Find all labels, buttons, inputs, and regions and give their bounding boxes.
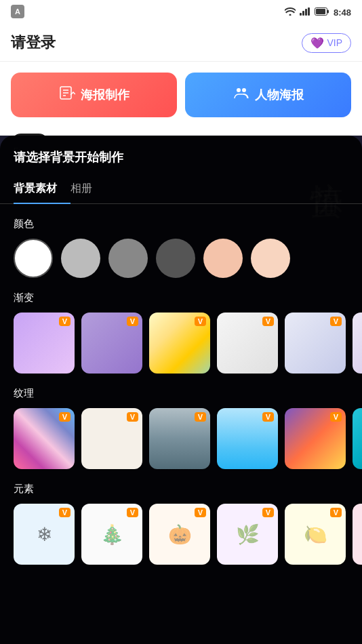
gradient-item-6[interactable]: V: [353, 313, 362, 374]
sub-tab-material[interactable]: 背景素材: [14, 176, 71, 204]
vip-badge-3: V: [195, 317, 206, 326]
svg-rect-4: [305, 9, 307, 16]
vip-heart-icon: 💜: [310, 37, 324, 49]
svg-rect-8: [327, 9, 329, 13]
wifi-icon: [285, 7, 296, 18]
vip-badge-5: V: [330, 317, 342, 326]
color-section-label: 颜色: [0, 218, 362, 239]
vip-badge-tex-1: V: [59, 412, 71, 422]
portrait-button[interactable]: 人物海报: [185, 73, 351, 117]
vip-badge-tex-4: V: [262, 412, 274, 422]
element-item-1[interactable]: V ❄: [14, 504, 75, 565]
texture-item-2[interactable]: V: [81, 408, 142, 469]
texture-item-3[interactable]: V: [149, 408, 210, 469]
element-item-3[interactable]: V 🎃: [149, 504, 210, 565]
vip-badge-tex-3: V: [195, 412, 206, 422]
element-icon-2: 🎄: [81, 504, 142, 565]
color-dark-gray[interactable]: [156, 239, 195, 278]
header: 请登录 💜 VIP: [0, 24, 362, 62]
element-icon-5: 🍋: [285, 504, 346, 565]
svg-point-13: [237, 88, 241, 92]
element-item-6[interactable]: V 🐟: [353, 504, 362, 565]
portrait-btn-label: 人物海报: [255, 87, 304, 103]
svg-rect-2: [300, 13, 302, 16]
texture-row: V V V V V V: [0, 408, 362, 483]
color-medium-gray[interactable]: [108, 239, 148, 278]
color-light-gray[interactable]: [61, 239, 100, 278]
action-buttons-row: 海报制作 人物海报: [0, 62, 362, 128]
element-item-2[interactable]: V 🎄: [81, 504, 142, 565]
gradient-item-5[interactable]: V: [285, 313, 346, 374]
status-right: 8:48: [285, 7, 351, 18]
signal-icon: [300, 7, 310, 18]
svg-text:A: A: [15, 7, 20, 16]
vip-badge-2: V: [127, 317, 138, 326]
vip-badge-4: V: [262, 317, 274, 326]
gradient-item-4[interactable]: V: [217, 313, 278, 374]
vip-badge-1: V: [59, 317, 71, 326]
color-row: [0, 239, 362, 291]
texture-item-5[interactable]: V: [285, 408, 346, 469]
texture-item-1[interactable]: V: [14, 408, 75, 469]
color-light-peach[interactable]: [251, 239, 290, 278]
vip-label: VIP: [327, 37, 342, 48]
element-item-5[interactable]: V 🍋: [285, 504, 346, 565]
color-white[interactable]: [14, 239, 53, 278]
texture-item-6[interactable]: V: [353, 408, 362, 469]
background-picker-modal: 请选择背景开始制作 背景素材 相册 颜色 渐变 V V V V V V: [0, 136, 362, 644]
element-icon-6: 🐟: [353, 504, 362, 565]
svg-rect-7: [316, 9, 325, 14]
vip-button[interactable]: 💜 VIP: [302, 33, 351, 53]
battery-icon: [315, 7, 329, 18]
svg-rect-5: [308, 7, 310, 16]
app-icon: A: [11, 5, 24, 20]
page-title: 请登录: [11, 33, 56, 53]
gradient-item-1[interactable]: V: [14, 313, 75, 374]
texture-section-label: 纹理: [0, 387, 362, 408]
gradient-section-label: 渐变: [0, 291, 362, 313]
gradient-row: V V V V V V: [0, 313, 362, 387]
modal-sub-tabs: 背景素材 相册: [0, 176, 362, 204]
element-section-label: 元素: [0, 483, 362, 504]
element-icon-1: ❄: [14, 504, 75, 565]
texture-item-4[interactable]: V: [217, 408, 278, 469]
poster-btn-label: 海报制作: [81, 87, 129, 103]
element-item-4[interactable]: V 🌿: [217, 504, 278, 565]
portrait-icon: [233, 85, 249, 105]
sub-tab-album[interactable]: 相册: [71, 176, 106, 203]
vip-badge-tex-2: V: [127, 412, 138, 422]
svg-rect-3: [302, 11, 304, 16]
element-row: V ❄ V 🎄 V 🎃 V 🌿 V 🍋 V 🐟: [0, 504, 362, 578]
vip-badge-tex-5: V: [330, 412, 342, 422]
modal-title: 请选择背景开始制作: [0, 149, 362, 176]
poster-button[interactable]: 海报制作: [11, 73, 177, 117]
svg-point-14: [242, 88, 246, 92]
time-display: 8:48: [334, 7, 351, 18]
poster-icon: [59, 85, 75, 105]
gradient-item-3[interactable]: V: [149, 313, 210, 374]
gradient-item-2[interactable]: V: [81, 313, 142, 374]
element-icon-4: 🌿: [217, 504, 278, 565]
color-peach[interactable]: [203, 239, 243, 278]
status-bar: A 8:48: [0, 0, 362, 24]
element-icon-3: 🎃: [149, 504, 210, 565]
